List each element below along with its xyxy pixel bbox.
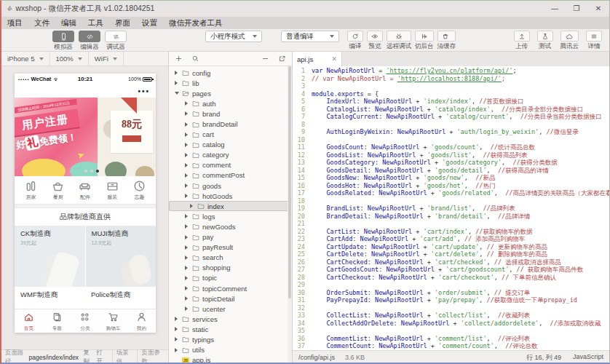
caret-right-icon[interactable] bbox=[185, 245, 191, 250]
copy-path-link[interactable]: 复制 bbox=[83, 349, 93, 364]
mode-select[interactable]: 小程序模式 bbox=[205, 31, 262, 42]
tree-item-ucenter[interactable]: ucenter bbox=[169, 304, 292, 314]
tree-item-shopping[interactable]: shopping bbox=[169, 263, 292, 273]
phone-tab-person[interactable]: 我的 bbox=[127, 309, 156, 333]
caret-right-icon[interactable] bbox=[175, 348, 181, 352]
tree-item-search[interactable]: search bbox=[169, 253, 292, 263]
menu-item-1[interactable]: 项目 bbox=[1, 17, 28, 29]
test-button[interactable]: 测试 bbox=[537, 31, 553, 51]
caret-right-icon[interactable] bbox=[185, 306, 191, 311]
menu-item-6[interactable]: 设置 bbox=[136, 17, 163, 29]
tree-item-newGoods[interactable]: newGoods bbox=[169, 221, 292, 232]
tree-item-cart[interactable]: cart bbox=[169, 130, 292, 140]
toggle-code[interactable]: 编辑器 bbox=[77, 31, 102, 52]
caret-right-icon[interactable] bbox=[185, 224, 191, 229]
add-file-icon[interactable] bbox=[175, 55, 183, 63]
tree-item-catalog[interactable]: catalog bbox=[169, 140, 292, 150]
caret-right-icon[interactable] bbox=[185, 214, 191, 218]
maximize-button[interactable]: ❐ bbox=[566, 1, 587, 17]
tab-api-js[interactable]: api.js ✕ bbox=[293, 52, 342, 66]
caret-right-icon[interactable] bbox=[185, 276, 191, 280]
category-vases[interactable]: 居家 bbox=[24, 179, 38, 201]
toggle-phone[interactable]: 模拟器 bbox=[51, 31, 76, 52]
tab-close-icon[interactable]: ✕ bbox=[331, 55, 337, 63]
tree-item-index[interactable]: index bbox=[169, 201, 292, 211]
caret-right-icon[interactable] bbox=[175, 327, 181, 331]
tree-item-brand[interactable]: brand bbox=[169, 108, 292, 119]
search-icon[interactable] bbox=[191, 55, 199, 63]
details-button[interactable]: 详情 bbox=[586, 31, 602, 51]
banner-carousel[interactable]: 活动截止时间：2014年12月31日 用户注册 好礼免费领！ ➤ 88元 bbox=[15, 98, 156, 176]
tree-scrollbar[interactable] bbox=[288, 66, 292, 364]
tree-item-goods[interactable]: goods bbox=[169, 181, 292, 191]
caret-right-icon[interactable] bbox=[185, 143, 191, 147]
caret-right-icon[interactable] bbox=[175, 81, 181, 85]
caret-right-icon[interactable] bbox=[185, 183, 191, 188]
banner-slide-register[interactable]: 活动截止时间：2014年12月31日 用户注册 好礼免费领！ ➤ bbox=[15, 98, 98, 176]
compile-mode-select[interactable]: 普通编译 bbox=[281, 31, 339, 42]
menu-item-2[interactable]: 文件 bbox=[28, 17, 55, 29]
caret-right-icon[interactable] bbox=[185, 256, 191, 260]
caret-right-icon[interactable] bbox=[185, 235, 191, 240]
caret-down-icon[interactable] bbox=[175, 92, 181, 95]
minimize-button[interactable]: — bbox=[544, 1, 566, 17]
caret-right-icon[interactable] bbox=[185, 132, 191, 137]
tree-item-brandDetail[interactable]: brandDetail bbox=[169, 119, 292, 129]
caret-right-icon[interactable] bbox=[185, 296, 191, 301]
phone-tab-cart[interactable]: 购物车 bbox=[99, 309, 127, 333]
tree-item-services[interactable]: services bbox=[169, 314, 292, 324]
menu-item-5[interactable]: 界面 bbox=[109, 17, 136, 29]
tree-scrollbar-thumb[interactable] bbox=[288, 66, 291, 298]
tree-item-lib[interactable]: lib bbox=[169, 78, 292, 88]
product-card[interactable]: MUJI制造商12.9元起 bbox=[86, 226, 157, 287]
code-editor[interactable]: 1var NewApiRootUrl = 'https://fly2you.cn… bbox=[293, 66, 609, 350]
caret-right-icon[interactable] bbox=[175, 337, 181, 341]
tree-item-payResult[interactable]: payResult bbox=[169, 242, 292, 253]
refresh-button[interactable]: 编译 bbox=[347, 31, 363, 51]
network-select[interactable]: WiFi bbox=[89, 52, 124, 66]
category-drawer[interactable]: 服装 bbox=[106, 179, 119, 201]
scene-value-button[interactable]: 场景值 bbox=[112, 350, 138, 364]
caret-right-icon[interactable] bbox=[185, 122, 191, 127]
locate-file-icon[interactable] bbox=[278, 55, 286, 63]
bug-button[interactable]: 远程调试 bbox=[387, 31, 411, 51]
status-language[interactable]: JavaScript bbox=[573, 353, 603, 363]
close-button[interactable]: ✕ bbox=[587, 1, 609, 17]
tree-item-utils[interactable]: utils bbox=[169, 345, 292, 355]
open-path-link[interactable]: 打开 bbox=[96, 349, 106, 364]
category-compass[interactable]: 志趣 bbox=[132, 179, 146, 201]
tree-item-app-js[interactable]: JSapp.js bbox=[169, 355, 292, 364]
product-card[interactable]: CK制造商39元起 bbox=[15, 226, 85, 287]
tree-item-topic[interactable]: topic bbox=[169, 273, 292, 283]
eye-button[interactable]: 预览 bbox=[367, 31, 383, 51]
tree-item-commentPost[interactable]: commentPost bbox=[169, 170, 292, 181]
cache-button[interactable]: 清缓存 bbox=[437, 31, 456, 51]
tree-item-category[interactable]: category bbox=[169, 150, 292, 160]
tree-item-topicDetail[interactable]: topicDetail bbox=[169, 293, 292, 304]
caret-right-icon[interactable] bbox=[185, 286, 191, 290]
banner-slide-88yuan[interactable]: 88元 bbox=[98, 98, 156, 176]
page-params-button[interactable]: 页面参数 bbox=[137, 350, 168, 364]
caret-right-icon[interactable] bbox=[185, 111, 191, 116]
tree-item-topicComment[interactable]: topicComment bbox=[169, 283, 292, 293]
tree-item-config[interactable]: config bbox=[169, 68, 292, 78]
phone-tab-topic[interactable]: 专题 bbox=[43, 309, 71, 333]
caret-right-icon[interactable] bbox=[185, 153, 191, 157]
phone-tab-home[interactable]: 首页 bbox=[15, 309, 43, 333]
cloud-button[interactable]: 腾讯云 bbox=[561, 31, 579, 51]
tree-item-logs[interactable]: logs bbox=[169, 211, 292, 221]
tree-item-pay[interactable]: pay bbox=[169, 232, 292, 242]
caret-right-icon[interactable] bbox=[185, 163, 191, 167]
tree-item-typings[interactable]: typings bbox=[169, 334, 292, 344]
tree-item-comment[interactable]: comment bbox=[169, 160, 292, 170]
more-menu-icon[interactable]: ••• bbox=[138, 87, 150, 95]
tree-item-auth[interactable]: auth bbox=[169, 98, 292, 108]
menu-item-3[interactable]: 编辑 bbox=[55, 17, 82, 29]
category-kitchen[interactable]: 餐厨 bbox=[51, 179, 65, 201]
caret-right-icon[interactable] bbox=[185, 173, 191, 178]
caret-right-icon[interactable] bbox=[190, 204, 196, 208]
tree-item-hotGoods[interactable]: hotGoods bbox=[169, 191, 292, 201]
toggle-debug[interactable]: 调试器 bbox=[103, 31, 128, 52]
category-sofa[interactable]: 配件 bbox=[78, 179, 92, 201]
tree-item-static[interactable]: static bbox=[169, 324, 292, 334]
